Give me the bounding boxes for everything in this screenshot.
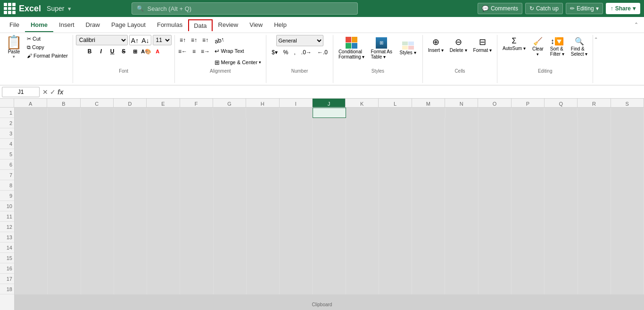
grid-cell[interactable] — [346, 284, 379, 294]
delete-button[interactable]: ⊖ Delete ▾ — [447, 35, 470, 55]
grid-cell[interactable] — [313, 232, 346, 243]
grid-cell[interactable] — [379, 274, 412, 284]
grid-cell[interactable] — [15, 243, 48, 253]
confirm-formula-button[interactable]: ✓ — [50, 88, 56, 96]
row-num-7[interactable]: 7 — [0, 170, 14, 180]
grid-cell[interactable] — [611, 274, 644, 284]
grid-cell[interactable] — [545, 170, 578, 180]
grid-cell[interactable] — [15, 139, 48, 149]
grid-cell[interactable] — [611, 284, 644, 294]
grid-cell[interactable] — [512, 170, 545, 180]
corner-cell[interactable] — [0, 99, 14, 107]
grid-cell[interactable] — [578, 253, 611, 263]
row-num-13[interactable]: 13 — [0, 232, 14, 243]
row-num-6[interactable]: 6 — [0, 159, 14, 170]
grid-cell[interactable] — [611, 180, 644, 191]
grid-cell[interactable] — [479, 232, 512, 243]
fill-color-button[interactable]: A🎨 — [141, 46, 151, 57]
grid-cell[interactable] — [15, 232, 48, 243]
grid-cell[interactable] — [379, 243, 412, 253]
col-header-e[interactable]: E — [147, 99, 180, 107]
grid-cell[interactable] — [512, 191, 545, 201]
grid-cell[interactable] — [379, 263, 412, 274]
grid-cell[interactable] — [479, 149, 512, 159]
grid-cell[interactable] — [611, 118, 644, 128]
col-header-n[interactable]: N — [445, 99, 478, 107]
grid-cell[interactable] — [578, 284, 611, 294]
grid-cell[interactable] — [379, 211, 412, 222]
grid-cell[interactable] — [147, 201, 180, 211]
search-input[interactable] — [148, 5, 353, 12]
row-num-5[interactable]: 5 — [0, 149, 14, 159]
row-num-18[interactable]: 18 — [0, 284, 14, 294]
editing-button[interactable]: ✏ Editing ▾ — [566, 3, 603, 14]
grid-cell[interactable] — [280, 128, 313, 139]
row-num-2[interactable]: 2 — [0, 118, 14, 128]
grid-cell[interactable] — [180, 211, 213, 222]
grid-cell[interactable] — [147, 139, 180, 149]
grid-cell[interactable] — [379, 201, 412, 211]
share-button[interactable]: ↑ Share ▾ — [606, 3, 640, 14]
grid-cell[interactable] — [545, 243, 578, 253]
grid-cell[interactable] — [114, 274, 147, 284]
grid-cell[interactable] — [545, 222, 578, 232]
col-header-i[interactable]: I — [280, 99, 313, 107]
cell-styles-button[interactable]: Styles ▾ — [396, 40, 420, 57]
row-num-1[interactable]: 1 — [0, 108, 14, 118]
tab-draw[interactable]: Draw — [80, 18, 106, 32]
grid-cell[interactable] — [379, 128, 412, 139]
grid-cell[interactable] — [114, 170, 147, 180]
grid-cell[interactable] — [214, 201, 247, 211]
tab-view[interactable]: View — [244, 18, 268, 32]
sort-filter-button[interactable]: ↕🔽 Sort &Filter ▾ — [548, 35, 567, 59]
grid-cell[interactable] — [313, 263, 346, 274]
grid-cell[interactable] — [379, 253, 412, 263]
grid-cell[interactable] — [379, 180, 412, 191]
grid-cell[interactable] — [15, 180, 48, 191]
grid-cell[interactable] — [545, 139, 578, 149]
grid-cell[interactable] — [214, 222, 247, 232]
grid-cell[interactable] — [147, 159, 180, 170]
paste-button[interactable]: 📋 Paste ▾ — [3, 35, 25, 83]
grid-cell[interactable] — [48, 201, 81, 211]
grid-cell[interactable] — [246, 108, 279, 118]
grid-cell[interactable] — [15, 201, 48, 211]
grid-cell[interactable] — [214, 191, 247, 201]
grid-cell[interactable] — [81, 191, 114, 201]
grid-cell[interactable] — [379, 139, 412, 149]
grid-cell[interactable] — [313, 108, 346, 118]
grid-cell[interactable] — [114, 253, 147, 263]
grid-cell[interactable] — [180, 159, 213, 170]
grid-cell[interactable] — [512, 253, 545, 263]
grid-cell[interactable] — [379, 284, 412, 294]
grid-cell[interactable] — [114, 243, 147, 253]
grid-cell[interactable] — [214, 128, 247, 139]
grid-cell[interactable] — [512, 232, 545, 243]
grid-cell[interactable] — [180, 118, 213, 128]
tab-data[interactable]: Data — [188, 19, 212, 31]
grid-cell[interactable] — [114, 139, 147, 149]
insert-button[interactable]: ⊕ Insert ▾ — [426, 35, 446, 55]
grid-cell[interactable] — [180, 128, 213, 139]
grid-cell[interactable] — [445, 253, 478, 263]
grid-cell[interactable] — [512, 284, 545, 294]
grid-cell[interactable] — [114, 284, 147, 294]
grid-cell[interactable] — [578, 149, 611, 159]
grid-cell[interactable] — [48, 232, 81, 243]
row-num-4[interactable]: 4 — [0, 139, 14, 149]
grid-cell[interactable] — [247, 118, 280, 128]
grid-cell[interactable] — [445, 243, 478, 253]
grid-cell[interactable] — [479, 263, 512, 274]
grid-cell[interactable] — [479, 211, 512, 222]
grid-cell[interactable] — [611, 263, 644, 274]
grid-cell[interactable] — [15, 263, 48, 274]
tab-review[interactable]: Review — [213, 18, 244, 32]
grid-cell[interactable] — [346, 149, 379, 159]
col-header-k[interactable]: K — [346, 99, 379, 107]
grid-cell[interactable] — [346, 180, 379, 191]
grid-cell[interactable] — [280, 191, 313, 201]
format-button[interactable]: ⊟ Format ▾ — [471, 35, 494, 55]
grid-cell[interactable] — [48, 118, 81, 128]
grid-cell[interactable] — [114, 263, 147, 274]
grid-cell[interactable] — [313, 253, 346, 263]
